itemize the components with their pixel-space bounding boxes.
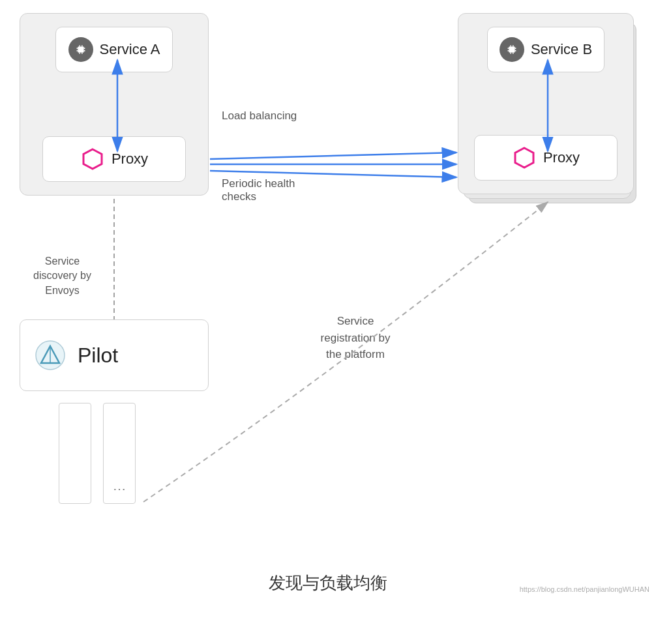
svg-rect-11 bbox=[510, 46, 511, 47]
svg-rect-14 bbox=[513, 53, 514, 54]
service-a-node: Service A bbox=[55, 27, 173, 72]
service-a-box: Service A Proxy bbox=[20, 13, 209, 196]
kubernetes-bar-2: ⋯ bbox=[103, 403, 136, 504]
svg-line-29 bbox=[210, 171, 456, 177]
svg-rect-4 bbox=[81, 53, 82, 54]
proxy-b-label: Proxy bbox=[543, 149, 580, 166]
pilot-icon bbox=[33, 338, 67, 372]
svg-marker-9 bbox=[83, 149, 102, 169]
svg-rect-0 bbox=[78, 46, 83, 52]
service-b-node: Service B bbox=[487, 27, 604, 72]
svg-rect-16 bbox=[508, 50, 509, 51]
service-b-box: Service B Proxy bbox=[458, 13, 634, 194]
service-b-icon bbox=[499, 37, 524, 62]
proxy-a-icon bbox=[80, 147, 105, 171]
svg-rect-17 bbox=[515, 48, 516, 49]
watermark: https://blog.csdn.net/panjianlongWUHAN bbox=[520, 585, 649, 593]
svg-rect-5 bbox=[76, 48, 78, 49]
pilot-box: Pilot bbox=[20, 319, 209, 391]
svg-rect-12 bbox=[513, 46, 514, 47]
diagram-container: Service A Proxy bbox=[0, 0, 656, 613]
service-a-icon bbox=[68, 37, 93, 62]
footer-title: 发现与负载均衡 bbox=[269, 572, 387, 594]
svg-line-27 bbox=[210, 153, 456, 159]
kubernetes-bar-1: Kubernetes bbox=[59, 403, 91, 504]
svg-rect-18 bbox=[515, 50, 516, 51]
label-periodic-health: Periodic health checks bbox=[222, 177, 295, 203]
proxy-a-label: Proxy bbox=[112, 151, 148, 168]
proxy-a-node: Proxy bbox=[42, 136, 186, 182]
service-a-label: Service A bbox=[100, 41, 160, 58]
proxy-b-node: Proxy bbox=[474, 135, 618, 181]
label-service-registration: Service registration by the platform bbox=[290, 313, 421, 363]
svg-rect-2 bbox=[81, 46, 82, 47]
svg-rect-6 bbox=[76, 50, 78, 51]
svg-rect-13 bbox=[510, 53, 511, 54]
svg-rect-8 bbox=[83, 50, 85, 51]
svg-marker-19 bbox=[515, 148, 533, 168]
service-b-label: Service B bbox=[531, 41, 592, 58]
ellipsis: ⋯ bbox=[113, 481, 126, 497]
label-load-balancing: Load balancing bbox=[222, 110, 297, 123]
svg-rect-3 bbox=[79, 53, 80, 54]
pilot-label: Pilot bbox=[78, 344, 118, 368]
svg-rect-7 bbox=[83, 48, 85, 49]
svg-rect-15 bbox=[508, 48, 509, 49]
svg-rect-10 bbox=[509, 46, 514, 52]
proxy-b-icon bbox=[512, 145, 537, 170]
svg-rect-1 bbox=[79, 46, 80, 47]
label-service-discovery: Service discovery by Envoys bbox=[12, 254, 113, 298]
